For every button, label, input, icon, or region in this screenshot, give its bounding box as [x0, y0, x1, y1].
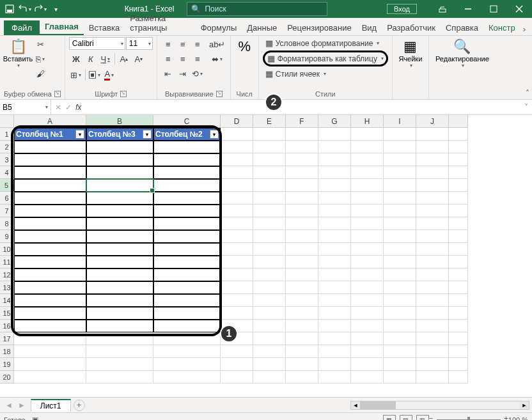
paste-button[interactable]: 📋 Вставить ▾ — [4, 37, 32, 70]
cell[interactable] — [14, 281, 86, 294]
row-header[interactable]: 16 — [0, 320, 14, 332]
column-header[interactable]: B — [86, 115, 153, 128]
cell[interactable] — [416, 281, 449, 294]
column-header[interactable]: E — [253, 115, 286, 128]
cell[interactable] — [253, 345, 286, 358]
clipboard-dialog-launcher[interactable] — [54, 91, 61, 97]
cell[interactable] — [416, 128, 449, 141]
cell[interactable] — [449, 256, 468, 268]
cell[interactable] — [153, 179, 221, 192]
cell[interactable] — [253, 320, 286, 332]
shrink-font-icon[interactable]: A▾ — [132, 52, 146, 66]
cell[interactable] — [449, 179, 468, 192]
font-color-icon[interactable]: A▾ — [102, 68, 116, 82]
tab-home[interactable]: Главная — [40, 19, 84, 35]
tabs-scroll-right-icon[interactable]: › — [520, 23, 528, 35]
cell[interactable] — [449, 217, 468, 230]
fx-icon[interactable]: fx — [75, 103, 81, 112]
name-box[interactable]: B5▾ — [0, 100, 51, 114]
cell[interactable] — [416, 179, 449, 192]
cell[interactable] — [86, 179, 153, 192]
cell[interactable] — [416, 256, 449, 268]
cell[interactable] — [318, 294, 351, 307]
tab-file[interactable]: Файл — [4, 20, 40, 35]
qat-customize-icon[interactable]: ▾ — [49, 2, 63, 16]
row-header[interactable]: 15 — [0, 307, 14, 320]
cell[interactable] — [416, 153, 449, 166]
cell[interactable] — [86, 153, 153, 166]
cell[interactable] — [286, 345, 318, 358]
row-header[interactable]: 1 — [0, 128, 14, 141]
undo-icon[interactable]: ▾ — [18, 2, 32, 16]
cell[interactable] — [253, 268, 286, 281]
row-header[interactable]: 14 — [0, 294, 14, 307]
cell[interactable] — [286, 217, 318, 230]
cell[interactable] — [153, 243, 221, 256]
search-box[interactable]: 🔍 Поиск — [187, 2, 327, 16]
collapse-ribbon-icon[interactable]: ˄ — [526, 89, 529, 98]
cell[interactable] — [384, 371, 416, 384]
italic-button[interactable]: К — [84, 52, 98, 66]
select-all-corner[interactable] — [0, 115, 14, 128]
cell[interactable] — [318, 230, 351, 243]
cell[interactable] — [384, 217, 416, 230]
cell[interactable] — [86, 307, 153, 320]
cell[interactable] — [221, 307, 253, 320]
cell[interactable] — [14, 192, 86, 205]
cell[interactable] — [86, 243, 153, 256]
underline-button[interactable]: Ч▾ — [98, 52, 113, 66]
column-header[interactable] — [449, 115, 468, 128]
cell[interactable] — [14, 205, 86, 217]
cell[interactable] — [416, 243, 449, 256]
cell[interactable] — [416, 166, 449, 179]
row-header[interactable]: 2 — [0, 141, 14, 153]
cell[interactable] — [351, 128, 384, 141]
cell[interactable] — [221, 345, 253, 358]
sheet-nav-next-icon[interactable]: ► — [18, 401, 26, 410]
cell[interactable] — [384, 128, 416, 141]
tab-insert[interactable]: Вставка — [84, 20, 125, 35]
cell[interactable] — [86, 320, 153, 332]
cell[interactable] — [221, 358, 253, 371]
row-header[interactable]: 17 — [0, 332, 14, 345]
cell[interactable] — [384, 332, 416, 345]
cell[interactable] — [416, 268, 449, 281]
horizontal-scrollbar[interactable]: ◄ ► — [350, 401, 529, 410]
cell[interactable] — [153, 320, 221, 332]
cell[interactable] — [318, 192, 351, 205]
cell[interactable] — [14, 141, 86, 153]
sheet-nav-prev-icon[interactable]: ◄ — [5, 401, 13, 410]
cell[interactable] — [286, 256, 318, 268]
cell[interactable] — [221, 205, 253, 217]
cell[interactable] — [318, 166, 351, 179]
cell[interactable] — [351, 332, 384, 345]
cell[interactable] — [221, 268, 253, 281]
cell[interactable] — [384, 294, 416, 307]
cell[interactable] — [449, 205, 468, 217]
cell[interactable] — [351, 345, 384, 358]
format-as-table-button[interactable]: ▦Форматировать как таблицу▾ — [263, 51, 388, 66]
cell[interactable] — [286, 358, 318, 371]
close-icon[interactable] — [506, 0, 532, 18]
cell[interactable] — [416, 141, 449, 153]
cell[interactable] — [351, 166, 384, 179]
cell[interactable] — [416, 332, 449, 345]
cell[interactable] — [318, 256, 351, 268]
cell[interactable] — [286, 307, 318, 320]
cell[interactable] — [221, 192, 253, 205]
cell[interactable] — [153, 281, 221, 294]
cell[interactable] — [351, 320, 384, 332]
cell[interactable] — [384, 358, 416, 371]
cell[interactable] — [253, 179, 286, 192]
row-header[interactable]: 3 — [0, 153, 14, 166]
cell[interactable] — [318, 179, 351, 192]
tab-data[interactable]: Данные — [242, 20, 282, 35]
cell[interactable] — [221, 281, 253, 294]
cell[interactable] — [14, 268, 86, 281]
column-header[interactable]: I — [384, 115, 416, 128]
align-right-icon[interactable]: ≡ — [191, 52, 205, 66]
wrap-text-icon[interactable]: ab↵ — [208, 37, 226, 51]
cell[interactable] — [86, 371, 153, 384]
font-name-dropdown[interactable]: Calibri▾ — [69, 37, 125, 50]
cell[interactable] — [253, 217, 286, 230]
